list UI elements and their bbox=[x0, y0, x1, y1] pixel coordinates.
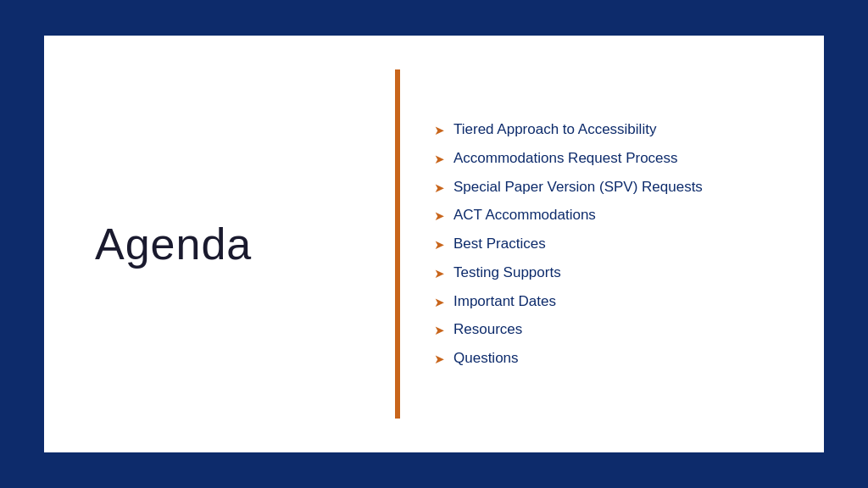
arrow-icon: ➤ bbox=[434, 350, 445, 368]
agenda-item: ➤Resources bbox=[434, 319, 790, 340]
slide: Agenda ➤Tiered Approach to Accessibility… bbox=[44, 36, 824, 452]
item-5-label: Best Practices bbox=[453, 234, 546, 254]
arrow-icon: ➤ bbox=[434, 121, 445, 139]
item-4-label: ACT Accommodations bbox=[453, 205, 596, 225]
item-2-label: Accommodations Request Process bbox=[453, 148, 678, 169]
left-panel: Agenda bbox=[44, 36, 395, 452]
agenda-item: ➤ACT Accommodations bbox=[434, 205, 790, 225]
item-9-label: Questions bbox=[453, 348, 519, 369]
item-3-label: Special Paper Version (SPV) Requests bbox=[453, 177, 703, 197]
agenda-item: ➤Accommodations Request Process bbox=[434, 148, 790, 169]
agenda-item: ➤Tiered Approach to Accessibility bbox=[434, 119, 790, 140]
agenda-item: ➤Testing Supports bbox=[434, 263, 790, 283]
arrow-icon: ➤ bbox=[434, 150, 445, 168]
agenda-item: ➤Special Paper Version (SPV) Requests bbox=[434, 177, 790, 197]
right-panel: ➤Tiered Approach to Accessibility➤Accomm… bbox=[400, 36, 824, 452]
arrow-icon: ➤ bbox=[434, 207, 445, 225]
item-8-label: Resources bbox=[453, 319, 522, 340]
slide-title: Agenda bbox=[95, 219, 252, 269]
arrow-icon: ➤ bbox=[434, 236, 445, 253]
agenda-item: ➤Best Practices bbox=[434, 234, 790, 254]
agenda-item: ➤Questions bbox=[434, 348, 790, 369]
arrow-icon: ➤ bbox=[434, 179, 445, 197]
agenda-list: ➤Tiered Approach to Accessibility➤Accomm… bbox=[434, 119, 790, 369]
item-1-label: Tiered Approach to Accessibility bbox=[453, 119, 656, 140]
arrow-icon: ➤ bbox=[434, 264, 445, 282]
item-6-label: Testing Supports bbox=[453, 263, 561, 283]
item-7-label: Important Dates bbox=[453, 291, 556, 312]
agenda-item: ➤Important Dates bbox=[434, 291, 790, 312]
arrow-icon: ➤ bbox=[434, 293, 445, 311]
arrow-icon: ➤ bbox=[434, 321, 445, 339]
